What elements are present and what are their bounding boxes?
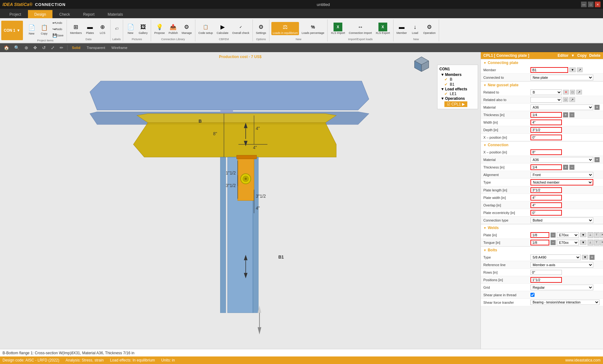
- positions-bolt-input[interactable]: [530, 277, 562, 283]
- tongue-weld-icon-2[interactable]: ⊤: [594, 240, 600, 245]
- members-btn[interactable]: ⊞ Members: [69, 22, 83, 35]
- xlsexport-btn[interactable]: X XLS Export: [374, 22, 391, 35]
- con1-badge[interactable]: CON 1 ▼: [1, 21, 23, 40]
- bolt-type-dropdown[interactable]: ▼: [582, 255, 588, 260]
- redo-btn[interactable]: ↪ Redo: [51, 26, 65, 32]
- material-gusset-select[interactable]: A36: [530, 104, 593, 110]
- tab-report[interactable]: Report: [77, 10, 101, 18]
- weld-icon-3[interactable]: ⊢: [600, 232, 603, 238]
- thickness-gusset-input[interactable]: [530, 112, 562, 118]
- related-to-select[interactable]: B: [530, 89, 562, 95]
- tab-project[interactable]: Project: [3, 10, 27, 18]
- close-btn[interactable]: ✕: [595, 2, 600, 7]
- material-conn-select[interactable]: A36: [530, 157, 593, 163]
- settings-btn[interactable]: ⚙ Settings: [255, 22, 268, 35]
- new-gusset-section[interactable]: ▼ New gusset plate: [481, 81, 603, 88]
- member-link-btn[interactable]: ↗: [577, 67, 583, 72]
- calculate-btn[interactable]: ▶ Calculate: [215, 22, 230, 35]
- depth-gusset-input[interactable]: [530, 127, 562, 133]
- editor-btn[interactable]: Editor: [557, 53, 568, 58]
- new-btn[interactable]: 📄 New: [26, 23, 37, 36]
- bolt-type-add[interactable]: +: [589, 255, 595, 260]
- overlap-input[interactable]: [530, 202, 562, 208]
- welds-section[interactable]: ▼ Welds: [481, 224, 603, 231]
- type-conn-select[interactable]: Notched member: [530, 179, 593, 185]
- save-btn[interactable]: 💾 Save: [51, 33, 65, 38]
- tongue-weld-material[interactable]: E70xx: [557, 240, 579, 245]
- shear-force-select[interactable]: Bearing - tension/shear interaction: [530, 300, 600, 305]
- reference-line-select[interactable]: Member x-axis: [530, 262, 593, 268]
- wireframe-view-btn[interactable]: Wireframe: [110, 45, 129, 50]
- undo-btn[interactable]: ↩ Undo: [51, 20, 65, 26]
- connected-to-select[interactable]: New plate: [530, 75, 593, 80]
- related-also-link-btn[interactable]: ↗: [569, 97, 575, 102]
- maximize-btn[interactable]: □: [588, 2, 594, 7]
- delete-action-btn[interactable]: Delete: [589, 53, 600, 58]
- brush-btn[interactable]: ✏: [58, 45, 65, 51]
- related-clear-btn[interactable]: ✕: [563, 90, 569, 94]
- manage-btn[interactable]: ⚙ Manage: [180, 22, 193, 35]
- copy-btn[interactable]: 📋 Copy: [39, 23, 50, 36]
- alignment-select[interactable]: Front: [530, 172, 593, 178]
- tree-b1-item[interactable]: ✔ B1: [441, 82, 476, 87]
- member-input[interactable]: [530, 67, 568, 73]
- width-gusset-input[interactable]: [530, 120, 562, 125]
- loadsequil-btn[interactable]: ⚖ Loads in equilibrium: [271, 22, 299, 35]
- tab-check[interactable]: Check: [53, 10, 76, 18]
- tree-operations-header[interactable]: ▼ Operations: [441, 96, 476, 101]
- weld-icon-2[interactable]: ⊤: [594, 232, 600, 238]
- tree-cpl1-item[interactable]: ☑ CPL1 ▶: [444, 101, 467, 107]
- thickness-add-btn[interactable]: +: [563, 112, 568, 117]
- tongue-weld-icon-1[interactable]: ⊥: [588, 240, 593, 245]
- lcs-btn[interactable]: ⊕ LCS: [97, 22, 108, 35]
- thickness-conn-input[interactable]: [530, 164, 562, 170]
- tongue-weld-icon-3[interactable]: ⊢: [600, 240, 603, 245]
- search-btn[interactable]: 🔍: [13, 45, 21, 51]
- new2-btn[interactable]: 📄 New: [125, 22, 136, 35]
- related-also-select[interactable]: [530, 97, 562, 103]
- material-add-btn[interactable]: +: [595, 105, 600, 110]
- home-btn[interactable]: 🏠: [3, 45, 10, 51]
- plate-width-input[interactable]: [530, 195, 562, 201]
- thickness-minus-btn[interactable]: −: [569, 112, 574, 117]
- rows-bolt-input[interactable]: [530, 270, 562, 275]
- xpos-conn-input[interactable]: [530, 149, 562, 155]
- plate-weld-type1[interactable]: ▼: [580, 233, 586, 237]
- transparent-view-btn[interactable]: Transparent: [85, 45, 107, 50]
- tab-materials[interactable]: Materials: [101, 10, 129, 18]
- copy-action-btn[interactable]: Copy: [577, 53, 587, 58]
- operation-btn[interactable]: ⚙ Operation: [422, 22, 437, 35]
- plate-eccentricity-input[interactable]: [530, 210, 562, 216]
- viewport-3d[interactable]: Production cost - 7 US$: [0, 52, 481, 349]
- material-conn-add-btn[interactable]: +: [595, 157, 600, 162]
- tree-loadeffects-header[interactable]: ▼ Load effects: [441, 87, 476, 91]
- related-edit-btn[interactable]: □: [570, 90, 575, 94]
- related-also-edit-btn[interactable]: □: [563, 97, 568, 102]
- tab-design[interactable]: Design: [28, 10, 52, 18]
- connecting-plate-section[interactable]: ▼ Connecting plate: [481, 59, 603, 66]
- plate-weld-material[interactable]: E70xx: [557, 232, 579, 238]
- rotate-btn[interactable]: ↺: [41, 45, 47, 51]
- publish-btn[interactable]: 📤 Publish: [167, 22, 179, 35]
- bolt-type-select[interactable]: 5/8 A490: [530, 254, 581, 260]
- plates-btn[interactable]: ▬ Plates: [84, 22, 96, 35]
- grid-select[interactable]: Regular: [530, 285, 593, 290]
- related-link-btn[interactable]: ↗: [576, 90, 582, 94]
- bolts-section[interactable]: ▼ Bolts: [481, 246, 603, 254]
- gallery-btn[interactable]: 🖼 Gallery: [138, 22, 149, 35]
- tongue-weld-minus[interactable]: −: [551, 240, 556, 245]
- zoom-btn[interactable]: ⊕: [23, 45, 30, 51]
- tree-le1-item[interactable]: ✔ LE1: [441, 91, 476, 96]
- xlsimport-btn[interactable]: X XLS Import: [329, 22, 346, 35]
- connimport-btn[interactable]: ↔ Connection Import: [348, 22, 373, 35]
- plate-weld-minus[interactable]: −: [551, 233, 556, 238]
- codesetup-btn[interactable]: 📋 Code setup: [197, 22, 214, 35]
- thickness-conn-minus-btn[interactable]: −: [569, 165, 574, 170]
- minimize-btn[interactable]: —: [581, 2, 587, 7]
- overallcheck-btn[interactable]: ✓ Overall check: [231, 22, 251, 35]
- tongue-weld-type1[interactable]: ▼: [580, 240, 586, 245]
- propose-btn[interactable]: 💡 Propose: [153, 22, 166, 35]
- xpos-gusset-input[interactable]: [530, 135, 562, 140]
- plate-weld-input[interactable]: [530, 232, 549, 238]
- tree-b-item[interactable]: ✔ B: [441, 77, 476, 82]
